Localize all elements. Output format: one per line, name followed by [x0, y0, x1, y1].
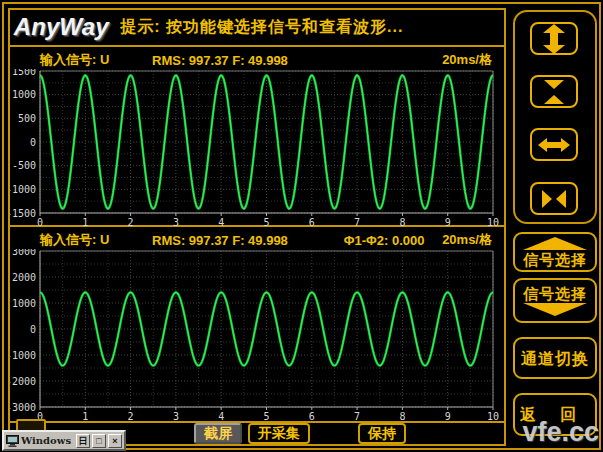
- svg-text:9: 9: [445, 217, 451, 227]
- svg-text:0: 0: [30, 137, 36, 148]
- svg-text:1: 1: [82, 411, 88, 421]
- signal-select-up-button[interactable]: 信号选择: [513, 232, 597, 272]
- signal-label: 输入信号: U: [40, 231, 152, 249]
- svg-text:-1000: -1000: [10, 184, 36, 195]
- svg-text:2000: 2000: [12, 272, 36, 283]
- timebase-readout: 20ms/格: [442, 231, 492, 249]
- svg-text:-2000: -2000: [10, 376, 36, 387]
- svg-text:6: 6: [309, 217, 315, 227]
- start-acquisition-button[interactable]: 开采集: [248, 423, 310, 444]
- zoom-button-group: [513, 10, 597, 224]
- svg-text:1000: 1000: [12, 298, 36, 309]
- signal-label: 输入信号: U: [40, 51, 152, 69]
- svg-text:0: 0: [30, 324, 36, 335]
- svg-text:10: 10: [487, 411, 499, 421]
- svg-text:8: 8: [399, 217, 405, 227]
- svg-text:3: 3: [173, 217, 179, 227]
- svg-text:0: 0: [37, 217, 43, 227]
- main-area: AnyWay 提示: 按功能键选择信号和查看波形... 输入信号: U RMS:…: [8, 8, 506, 446]
- rms-frequency-readout: RMS: 997.37 F: 49.998: [152, 53, 288, 68]
- svg-text:3000: 3000: [12, 249, 36, 257]
- signal-select-up-label: 信号选择: [523, 251, 587, 268]
- waveform-panel-top: 输入信号: U RMS: 997.37 F: 49.998 20ms/格 -15…: [10, 47, 504, 227]
- oscilloscope-screen: AnyWay 提示: 按功能键选择信号和查看波形... 输入信号: U RMS:…: [0, 0, 603, 452]
- windows-taskbar-fragment[interactable]: Windows ... 日 □ ×: [2, 430, 126, 451]
- svg-text:10: 10: [487, 217, 499, 227]
- vfe-watermark: vfe.cc: [522, 417, 599, 448]
- svg-text:-1000: -1000: [10, 350, 36, 361]
- panel-header-bottom: 输入信号: U RMS: 997.37 F: 49.998 Φ1-Φ2: 0.0…: [10, 227, 504, 249]
- panel-header-top: 输入信号: U RMS: 997.37 F: 49.998 20ms/格: [10, 47, 504, 69]
- svg-text:-3000: -3000: [10, 402, 36, 413]
- anyway-logo: AnyWay: [14, 14, 109, 41]
- svg-text:4: 4: [218, 411, 224, 421]
- taskbar-title: Windows ...: [21, 435, 74, 446]
- signal-select-down-button[interactable]: 信号选择: [513, 278, 597, 323]
- horizontal-compress-icon[interactable]: [530, 182, 578, 215]
- triangle-up-icon: [523, 237, 587, 250]
- timebase-readout: 20ms/格: [442, 51, 492, 69]
- svg-text:9: 9: [445, 411, 451, 421]
- screenshot-button[interactable]: 截屏: [194, 423, 242, 444]
- svg-text:6: 6: [309, 411, 315, 421]
- maximize-button[interactable]: □: [92, 434, 106, 448]
- waveform-panel-bottom: 输入信号: U RMS: 997.37 F: 49.998 Φ1-Φ2: 0.0…: [10, 227, 504, 423]
- computer-icon: [6, 435, 19, 447]
- channel-switch-button[interactable]: 通道切换: [513, 337, 597, 379]
- svg-text:5: 5: [263, 411, 269, 421]
- triangle-down-icon: [523, 303, 587, 316]
- signal-select-down-label: 信号选择: [523, 285, 587, 302]
- restore-button[interactable]: 日: [76, 434, 90, 448]
- horizontal-expand-icon[interactable]: [530, 128, 578, 161]
- svg-text:1500: 1500: [12, 69, 36, 77]
- svg-text:3: 3: [173, 411, 179, 421]
- channel-switch-label: 通道切换: [521, 350, 589, 367]
- svg-text:8: 8: [399, 411, 405, 421]
- svg-text:500: 500: [18, 113, 36, 124]
- hint-text: 提示: 按功能键选择信号和查看波形...: [120, 17, 403, 38]
- hold-button[interactable]: 保持: [358, 423, 406, 444]
- phase-diff-readout: Φ1-Φ2: 0.000: [344, 233, 425, 248]
- svg-text:4: 4: [218, 217, 224, 227]
- svg-text:5: 5: [263, 217, 269, 227]
- close-button[interactable]: ×: [108, 434, 122, 448]
- vertical-compress-icon[interactable]: [530, 75, 578, 108]
- vertical-expand-icon[interactable]: [530, 22, 578, 55]
- svg-text:1000: 1000: [12, 89, 36, 100]
- svg-text:-500: -500: [12, 160, 36, 171]
- rms-frequency-readout: RMS: 997.37 F: 49.998: [152, 233, 288, 248]
- svg-text:1: 1: [82, 217, 88, 227]
- svg-text:-1500: -1500: [10, 208, 36, 219]
- waveform-chart-bottom: -3000-2000-10000100020003000012345678910: [10, 249, 505, 421]
- svg-text:2: 2: [128, 411, 134, 421]
- waveform-chart-top: -1500-1000-500050010001500012345678910: [10, 69, 505, 227]
- sidebar: 信号选择 信号选择 通道切换 返回: [513, 10, 599, 442]
- svg-text:7: 7: [354, 411, 360, 421]
- top-bar: AnyWay 提示: 按功能键选择信号和查看波形...: [10, 10, 504, 47]
- svg-text:7: 7: [354, 217, 360, 227]
- svg-text:2: 2: [128, 217, 134, 227]
